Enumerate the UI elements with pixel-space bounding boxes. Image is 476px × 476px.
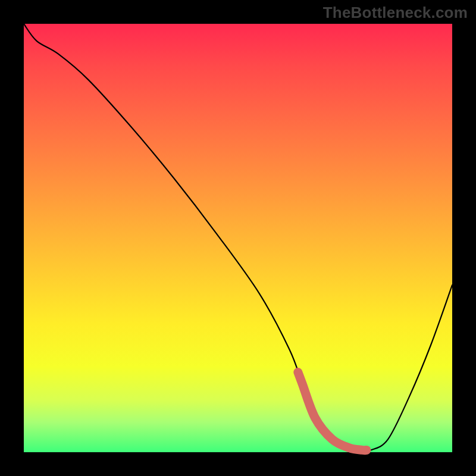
chart-frame: TheBottleneck.com <box>0 0 476 476</box>
highlight-segment <box>298 372 367 450</box>
watermark-text: TheBottleneck.com <box>323 4 468 22</box>
curve-svg <box>24 24 452 452</box>
bottleneck-curve-path <box>24 24 452 451</box>
plot-area <box>24 24 452 452</box>
